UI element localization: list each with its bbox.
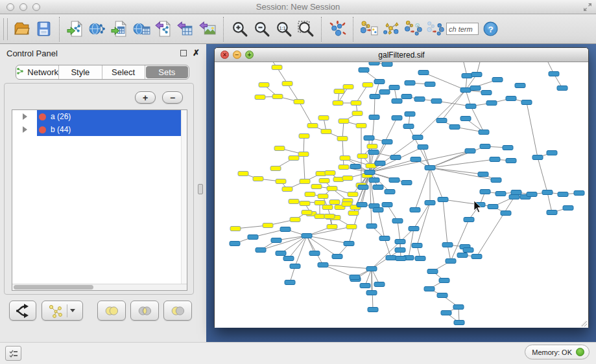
graph-node-blue[interactable] (276, 251, 286, 256)
graph-node-blue[interactable] (563, 206, 573, 210)
graph-node-blue[interactable] (366, 224, 377, 229)
graph-node-blue[interactable] (366, 267, 377, 271)
graph-node-blue[interactable] (395, 248, 405, 253)
graph-node-yellow[interactable] (315, 201, 325, 205)
export-table-button[interactable] (174, 17, 197, 41)
graph-node-blue[interactable] (465, 149, 475, 154)
scrollbar-thumb[interactable] (14, 285, 93, 290)
graph-node-yellow[interactable] (300, 201, 310, 206)
import-network-file-button[interactable] (64, 17, 86, 41)
graph-node-blue[interactable] (532, 155, 543, 160)
save-session-button[interactable] (32, 17, 54, 41)
vertical-scrollbar[interactable] (181, 110, 187, 284)
graph-node-yellow[interactable] (272, 95, 283, 99)
graph-node-blue[interactable] (386, 256, 396, 260)
graph-node-blue[interactable] (390, 155, 401, 160)
graph-node-blue[interactable] (415, 256, 425, 261)
graph-node-blue[interactable] (368, 308, 378, 312)
graph-node-yellow[interactable] (274, 146, 285, 151)
network-graph[interactable] (215, 62, 588, 328)
graph-node-blue[interactable] (506, 97, 516, 101)
export-network-button[interactable] (152, 17, 174, 41)
graph-node-blue[interactable] (370, 95, 380, 99)
fullscreen-icon[interactable] (583, 3, 592, 12)
panel-collapse-handle[interactable] (198, 184, 203, 194)
split-set-button[interactable] (9, 301, 36, 321)
graph-node-blue[interactable] (454, 321, 464, 325)
graph-node-blue[interactable] (481, 91, 492, 95)
graph-node-blue[interactable] (344, 242, 354, 246)
graph-node-blue[interactable] (309, 251, 320, 256)
set-difference-button[interactable] (163, 301, 192, 321)
graph-node-yellow[interactable] (337, 137, 348, 141)
graph-node-blue[interactable] (549, 72, 559, 76)
graph-node-blue[interactable] (248, 235, 258, 240)
graph-node-blue[interactable] (425, 82, 435, 87)
graph-node-blue[interactable] (374, 282, 385, 287)
graph-node-yellow[interactable] (318, 116, 329, 120)
graph-node-yellow[interactable] (276, 179, 286, 184)
graph-node-blue[interactable] (350, 275, 360, 280)
graph-node-yellow[interactable] (339, 119, 349, 124)
graph-node-yellow[interactable] (325, 171, 335, 176)
graph-node-blue[interactable] (462, 74, 472, 78)
graph-node-blue[interactable] (385, 190, 395, 194)
float-panel-button[interactable] (180, 50, 187, 56)
graph-node-yellow[interactable] (318, 194, 328, 199)
graph-node-yellow[interactable] (342, 176, 353, 181)
graph-node-blue[interactable] (480, 190, 490, 194)
graph-node-blue[interactable] (360, 284, 370, 288)
graph-node-blue[interactable] (412, 135, 423, 140)
graph-node-yellow[interactable] (255, 95, 265, 100)
graph-node-blue[interactable] (521, 100, 532, 105)
graph-node-blue[interactable] (437, 293, 447, 298)
graph-node-yellow[interactable] (351, 101, 361, 106)
resize-grip-icon[interactable] (579, 319, 588, 327)
graph-node-blue[interactable] (389, 85, 399, 90)
graph-node-blue[interactable] (464, 218, 474, 222)
graph-node-blue[interactable] (382, 203, 392, 207)
graph-node-yellow[interactable] (230, 227, 241, 231)
graph-node-yellow[interactable] (363, 83, 373, 87)
export-image-button[interactable] (197, 17, 219, 41)
graph-node-blue[interactable] (405, 81, 415, 85)
list-item[interactable]: a (26) (12, 110, 187, 123)
graph-node-blue[interactable] (418, 71, 429, 75)
graph-node-yellow[interactable] (348, 211, 359, 216)
graph-node-blue[interactable] (374, 80, 385, 84)
graph-node-yellow[interactable] (300, 179, 310, 184)
graph-node-yellow[interactable] (348, 192, 358, 197)
toolbar-drag-handle[interactable] (3, 18, 8, 40)
graph-node-blue[interactable] (480, 144, 490, 149)
graph-node-blue[interactable] (436, 119, 447, 123)
graph-node-blue[interactable] (382, 140, 392, 144)
graph-node-yellow[interactable] (311, 185, 322, 189)
graph-node-blue[interactable] (350, 165, 361, 169)
graph-node-blue[interactable] (463, 248, 473, 253)
graph-node-blue[interactable] (392, 219, 403, 223)
graph-node-yellow[interactable] (324, 214, 335, 219)
graph-node-blue[interactable] (486, 101, 497, 106)
remove-set-button[interactable]: − (162, 91, 183, 104)
graph-node-yellow[interactable] (321, 130, 331, 134)
graph-node-yellow[interactable] (270, 166, 281, 171)
horizontal-scrollbar[interactable] (12, 284, 187, 290)
graph-node-blue[interactable] (470, 86, 481, 91)
graph-node-yellow[interactable] (289, 156, 299, 161)
graph-node-yellow[interactable] (315, 214, 325, 219)
graph-node-blue[interactable] (369, 115, 379, 120)
graph-node-blue[interactable] (557, 86, 567, 91)
graph-node-blue[interactable] (392, 99, 402, 104)
tab-network[interactable]: Network (16, 65, 59, 79)
graph-node-blue[interactable] (471, 73, 482, 77)
graph-node-blue[interactable] (503, 146, 513, 150)
graph-node-yellow[interactable] (305, 192, 315, 197)
graph-node-blue[interactable] (379, 90, 390, 95)
import-network-web-button[interactable] (86, 17, 108, 41)
graph-node-blue[interactable] (332, 255, 342, 259)
graph-node-blue[interactable] (395, 240, 405, 244)
graph-node-yellow[interactable] (272, 65, 282, 70)
graph-node-yellow[interactable] (343, 85, 353, 89)
graph-node-blue[interactable] (405, 112, 415, 117)
graph-node-blue[interactable] (479, 130, 489, 135)
